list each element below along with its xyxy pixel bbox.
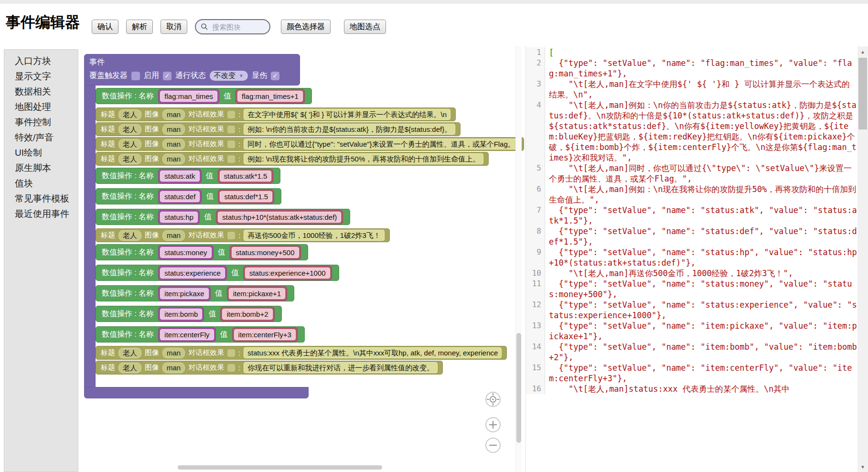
value-slot[interactable]: status:experience+1000 [243,266,332,280]
event-wrapper-block[interactable]: 事件 覆盖触发器 启用 ✓ 通行状态 不改变 ▼ 显伤 ✓ 数值操 [84,54,300,86]
speaker-name-field[interactable]: 老人 [118,139,141,150]
value-slot[interactable]: status:money+500 [230,245,301,260]
value-expression[interactable]: status:experience+1000 [245,268,330,279]
code-line[interactable]: [ [545,47,857,58]
dialog-effect-checkbox[interactable] [227,349,235,357]
speaker-name-field[interactable]: 老人 [118,124,141,135]
dialog-text-field[interactable]: 在文字中使用${' ${ '}和 } 可以计算并显示一个表达式的结果。\n [244,109,450,120]
code-line[interactable]: {"type": "setValue", "name": "item:picka… [545,321,857,342]
name-slot[interactable]: status:hp [158,210,200,225]
speaker-name-field[interactable]: 老人 [118,363,141,373]
code-line[interactable]: {"type": "setValue", "name": "status:mon… [545,279,857,300]
enable-checkbox[interactable]: ✓ [163,72,171,80]
code-line[interactable]: {"type": "setValue", "name": "status:hp"… [545,247,857,268]
confirm-button[interactable]: 确认 [92,20,118,34]
dialog-effect-checkbox[interactable] [227,364,235,372]
name-value[interactable]: status:def [160,191,200,202]
speaker-name-field[interactable]: 老人 [118,230,141,241]
parse-button[interactable]: 解析 [126,20,153,34]
setvalue-block[interactable]: 数值操作 : 名称 status:experience 值 status:exp… [96,265,339,281]
sidebar-item[interactable]: 特效/声音 [4,130,78,145]
code-line[interactable]: "\t[老人,man]status:xxx 代表勇士的某个属性。\n其中 [545,384,857,394]
setvalue-block[interactable]: 数值操作 : 名称 status:hp 值 status:hp+10*(stat… [96,209,350,225]
dialog-text-field[interactable]: 你现在可以重新和我进行对话，进一步看到属性值的改变。 [244,362,438,373]
text-block[interactable]: 标题 老人 图像 man 对话框效果 : 你现在可以重新和我进行对话，进一步看到… [96,361,443,375]
code-line[interactable]: {"type": "setValue", "name": "status:atk… [545,205,857,226]
code-line[interactable]: {"type": "setValue", "name": "status:def… [545,226,857,247]
name-slot[interactable]: status:atk [158,169,201,183]
value-slot[interactable]: item:centerFly+3 [232,327,298,342]
blockly-workspace[interactable]: 事件 覆盖触发器 启用 ✓ 通行状态 不改变 ▼ 显伤 ✓ 数值操 [78,46,525,472]
pass-state-dropdown[interactable]: 不改变 ▼ [210,71,248,81]
color-picker-button[interactable]: 颜色选择器 [281,20,331,34]
dialog-text-field[interactable]: 再送你500金币，1000经验，1破2炸3飞！ [244,230,384,241]
sidebar-item[interactable]: 入口方块 [4,54,78,69]
name-value[interactable]: status:atk [160,171,199,182]
setvalue-block[interactable]: 数值操作 : 名称 status:atk 值 status:atk*1.5 [96,168,280,184]
dialog-text-field[interactable]: 例如: \n你的当前攻击力是${status:atk}，防御力是${status… [244,124,455,135]
sidebar-item[interactable]: UI绘制 [4,145,78,161]
dialog-effect-checkbox[interactable] [227,140,235,148]
setvalue-block[interactable]: 数值操作 : 名称 status:money 值 status:money+50… [96,244,308,260]
code-line[interactable]: {"type": "setValue", "name": "item:cente… [545,363,857,384]
panel-scroll-thumb[interactable] [858,58,867,129]
sidebar-item[interactable]: 最近使用事件 [4,206,78,222]
value-expression[interactable]: item:pickaxe+1 [229,288,285,299]
canvas-vscroll-thumb[interactable] [516,333,521,443]
scroll-down-arrow-icon[interactable]: ▼ [857,461,868,472]
code-line[interactable]: "\t[老人,man]再送你500金币，1000经验，1破2炸3飞！", [545,268,857,279]
zoom-out-button[interactable] [486,438,500,452]
canvas-hscroll-thumb[interactable] [178,465,382,470]
sidebar-item[interactable]: 值块 [4,176,78,191]
override-trigger-checkbox[interactable] [131,72,140,80]
name-value[interactable]: status:hp [160,212,198,223]
code-line[interactable]: "\t[老人,man]例如：\n现在我将让你的攻防提升50%，再将攻防和的十倍加… [545,184,857,205]
name-slot[interactable]: status:money [158,245,213,260]
image-name-field[interactable]: man [162,109,185,120]
value-expression[interactable]: status:def*1.5 [220,191,272,202]
setvalue-block[interactable]: 数值操作 : 名称 item:pickaxe 值 item:pickaxe+1 [96,285,294,301]
value-slot[interactable]: item:bomb+2 [220,307,274,322]
code-line[interactable]: "\t[老人,man]在文字中使用${' ${ '}和 } 可以计算并显示一个表… [545,79,857,100]
text-block[interactable]: 标题 老人 图像 man 对话框效果 : 例如: \n现在我将让你的攻防提升50… [96,152,489,166]
sidebar-item[interactable]: 事件控制 [4,115,78,130]
value-expression[interactable]: item:bomb+2 [222,309,272,320]
panel-scrollbar[interactable]: ▲ ▼ [857,46,868,472]
text-block[interactable]: 标题 老人 图像 man 对话框效果 : 再送你500金币，1000经验，1破2… [96,228,390,242]
value-expression[interactable]: status:atk*1.5 [220,171,272,182]
dialog-effect-checkbox[interactable] [227,155,235,163]
event-block-header[interactable]: 事件 覆盖触发器 启用 ✓ 通行状态 不改变 ▼ 显伤 ✓ [84,54,300,86]
value-expression[interactable]: item:centerFly+3 [234,329,296,340]
image-name-field[interactable]: man [162,154,185,164]
speaker-name-field[interactable]: 老人 [118,109,141,120]
name-value[interactable]: item:bomb [160,309,202,320]
text-block[interactable]: 标题 老人 图像 man 对话框效果 : 在文字中使用${' ${ '}和 } … [96,107,456,121]
name-slot[interactable]: status:def [158,189,202,204]
code-line[interactable]: {"type": "setValue", "name": "flag:man_t… [545,58,857,79]
image-name-field[interactable]: man [162,124,185,135]
image-name-field[interactable]: man [162,139,185,150]
setvalue-block[interactable]: 数值操作 : 名称 flag:man_times 值 flag:man_time… [96,88,312,104]
name-value[interactable]: flag:man_times [160,91,217,102]
name-value[interactable]: item:pickaxe [160,288,208,299]
sidebar-item[interactable]: 显示文字 [4,69,78,84]
dialog-text-field[interactable]: 例如: \n现在我将让你的攻防提升50%，再将攻防和的十倍加到生命值上。 [244,153,483,164]
zoom-in-button[interactable] [486,418,500,432]
code-line[interactable]: "\t[老人,man]同时，你也可以通过{\"type\": \"setValu… [545,163,857,184]
sidebar-item[interactable]: 常见事件模板 [4,191,78,206]
search-input[interactable] [211,22,265,32]
code-line[interactable]: {"type": "setValue", "name": "item:bomb"… [545,342,857,363]
recenter-button[interactable] [486,392,500,407]
value-slot[interactable]: status:atk*1.5 [218,169,274,183]
code-line[interactable]: {"type": "setValue", "name": "status:exp… [545,300,857,321]
value-expression[interactable]: status:money+500 [232,247,299,258]
map-pick-button[interactable]: 地图选点 [344,20,386,34]
sidebar-item[interactable]: 数据相关 [4,84,78,99]
text-block[interactable]: 标题 老人 图像 man 对话框效果 : status:xxx 代表勇士的某个属… [96,346,507,360]
value-expression[interactable]: flag:man_times+1 [237,91,303,102]
code-line[interactable]: "\t[老人,man]例如：\n你的当前攻击力是${status:atk}，防御… [545,100,857,163]
setvalue-block[interactable]: 数值操作 : 名称 item:bomb 值 item:bomb+2 [96,306,282,322]
value-slot[interactable]: item:pickaxe+1 [227,286,287,301]
setvalue-block[interactable]: 数值操作 : 名称 item:centerFly 值 item:centerFl… [96,326,305,343]
name-value[interactable]: status:experience [160,268,225,279]
